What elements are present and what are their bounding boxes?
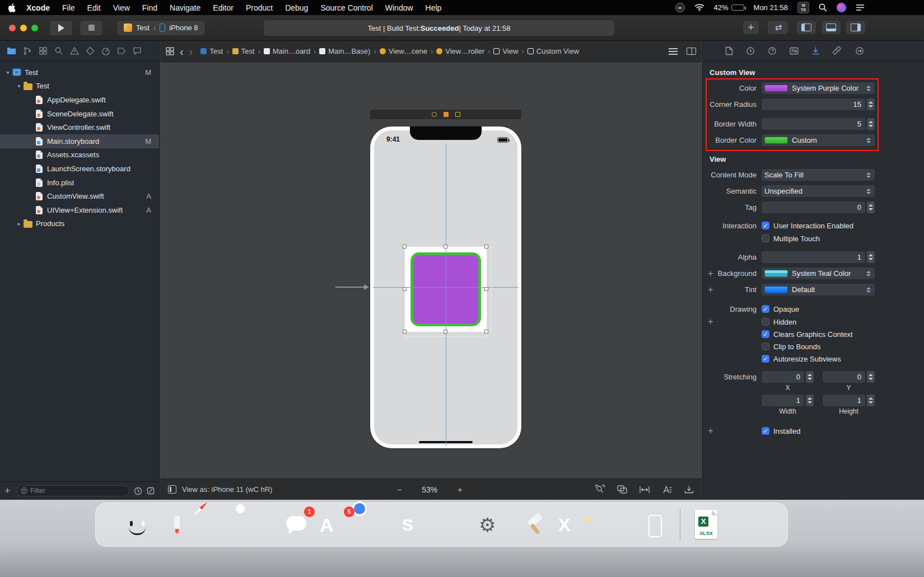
menu-window[interactable]: Window (379, 3, 419, 12)
alpha-field[interactable]: 1 (762, 251, 865, 263)
autoresize-checkbox-row[interactable]: Autoresize Subviews (762, 353, 841, 365)
attributes-inspector-icon[interactable] (811, 46, 820, 55)
menu-file[interactable]: File (56, 3, 81, 12)
resize-handle[interactable] (484, 245, 488, 248)
identity-inspector-icon[interactable] (790, 47, 799, 55)
dock-simulator[interactable] (638, 509, 670, 541)
stretching-y-field[interactable]: 0 (823, 371, 865, 383)
menu-source-control[interactable]: Source Control (314, 3, 379, 12)
tree-item-products[interactable]: ▸ Products (0, 217, 159, 231)
multiple-touch-checkbox-row[interactable]: Multiple Touch (762, 232, 820, 245)
editor-mode-button[interactable]: ⇄ (767, 20, 788, 35)
find-navigator-icon[interactable] (54, 46, 63, 55)
add-attribute-button[interactable]: + (707, 426, 714, 436)
dock-system-preferences[interactable] (479, 509, 511, 541)
opaque-checkbox-row[interactable]: Opaque (762, 303, 799, 315)
checkbox[interactable] (762, 305, 769, 313)
forward-button[interactable]: › (189, 46, 193, 57)
view-as-label[interactable]: View as: iPhone 11 (wC hR) (182, 485, 272, 494)
stretching-height-field[interactable]: 1 (823, 395, 865, 406)
color-popup[interactable]: System Purple Color (762, 82, 875, 94)
breadcrumb-item[interactable]: View…roller (436, 47, 484, 55)
tree-item-file[interactable]: LaunchScreen.storyboard (0, 162, 159, 176)
library-add-button[interactable]: + (743, 20, 759, 35)
dock-cleanmymac[interactable] (161, 509, 193, 541)
resize-handle[interactable] (403, 245, 407, 248)
zoom-window-button[interactable] (31, 25, 38, 31)
tree-item-file[interactable]: Assets.xcassets (0, 148, 159, 162)
clip-to-bounds-checkbox-row[interactable]: Clip to Bounds (762, 340, 821, 353)
content-mode-popup[interactable]: Scale To Fill (762, 169, 875, 181)
related-items-icon[interactable] (166, 47, 174, 55)
menu-find[interactable]: Find (136, 3, 164, 12)
wifi-icon[interactable] (694, 4, 704, 11)
tree-item-file[interactable]: ViewController.swift (0, 120, 159, 134)
history-inspector-icon[interactable] (746, 46, 755, 55)
add-constraints-icon[interactable] (640, 486, 650, 494)
source-control-navigator-icon[interactable] (23, 46, 32, 55)
minimize-window-button[interactable] (20, 25, 27, 31)
breadcrumb-item[interactable]: Custom View (528, 47, 579, 55)
disclosure-closed-icon[interactable]: ▸ (16, 221, 22, 227)
input-source-badge[interactable]: VI TX (797, 2, 809, 13)
apple-menu-icon[interactable] (8, 3, 16, 12)
resize-handle[interactable] (444, 330, 447, 334)
breadcrumb-item[interactable]: Main…oard (264, 47, 310, 55)
close-window-button[interactable] (9, 25, 16, 31)
installed-checkbox-row[interactable]: Installed (762, 425, 800, 437)
initial-view-controller-arrow[interactable] (335, 287, 365, 288)
breadcrumb-item[interactable]: View…cene (380, 47, 427, 55)
checkbox[interactable] (762, 234, 769, 242)
filter-field[interactable] (17, 485, 129, 496)
menu-edit[interactable]: Edit (81, 3, 107, 12)
tree-item-file-selected[interactable]: Main.storyboard M (0, 134, 159, 148)
tree-item-file[interactable]: CustomView.swift A (0, 189, 159, 203)
add-editor-button[interactable] (687, 48, 696, 55)
menu-clock[interactable]: Mon 21:58 (754, 3, 788, 12)
tree-item-file[interactable]: Info.plist (0, 176, 159, 190)
zoom-in-button[interactable]: + (458, 485, 462, 494)
tree-item-group[interactable]: ▾ Test (0, 79, 159, 93)
dock-xcode[interactable] (519, 509, 551, 541)
storyboard-canvas[interactable]: 9:41 (160, 63, 702, 479)
dock-photos[interactable] (240, 509, 273, 541)
filter-input[interactable] (30, 487, 125, 495)
report-navigator-icon[interactable] (133, 46, 142, 55)
resize-handle[interactable] (484, 330, 488, 334)
background-color-popup[interactable]: System Teal Color (762, 268, 875, 279)
stop-button[interactable] (80, 20, 103, 36)
hidden-checkbox-row[interactable]: Hidden (762, 316, 796, 328)
breakpoint-navigator-icon[interactable] (117, 46, 126, 55)
zoom-to-fit-icon[interactable] (595, 485, 605, 494)
user-interaction-checkbox-row[interactable]: User Interaction Enabled (762, 219, 853, 232)
connections-inspector-icon[interactable] (855, 46, 864, 55)
disclosure-open-icon[interactable]: ▾ (16, 83, 22, 89)
breadcrumb-item[interactable]: View (493, 47, 518, 55)
scheme-selector[interactable]: Test › iPhone 8 (116, 20, 206, 36)
menu-xcode[interactable]: Xcode (20, 3, 56, 12)
dock-xlsx-file[interactable]: XXLSX (690, 509, 722, 541)
corner-radius-stepper[interactable] (867, 98, 875, 110)
debug-navigator-icon[interactable] (101, 46, 110, 55)
disclosure-open-icon[interactable]: ▾ (4, 69, 11, 76)
minimap-toggle-icon[interactable] (669, 48, 678, 55)
toggle-debug-area-button[interactable] (821, 20, 841, 35)
toggle-inspector-button[interactable] (846, 20, 866, 35)
stretching-height-stepper[interactable] (867, 395, 875, 406)
menu-product[interactable]: Product (240, 3, 279, 12)
border-width-field[interactable]: 5 (762, 118, 865, 130)
stretching-x-field[interactable]: 0 (762, 371, 804, 383)
notification-list-icon[interactable] (856, 4, 865, 11)
project-navigator-icon[interactable] (7, 47, 16, 55)
corner-radius-field[interactable]: 15 (762, 98, 865, 110)
tree-item-file[interactable]: AppDelegate.swift (0, 93, 159, 107)
breadcrumb-item[interactable]: Main…Base) (319, 47, 370, 55)
tag-stepper[interactable] (867, 201, 875, 213)
clears-graphics-checkbox-row[interactable]: Clears Graphics Context (762, 328, 853, 340)
tree-item-file[interactable]: SceneDelegate.swift (0, 107, 159, 121)
breadcrumb-item[interactable]: Test (200, 47, 223, 55)
menu-view[interactable]: View (107, 3, 136, 12)
add-file-button[interactable]: + (4, 485, 12, 497)
run-button[interactable] (49, 20, 73, 36)
semantic-popup[interactable]: Unspecified (762, 185, 875, 197)
